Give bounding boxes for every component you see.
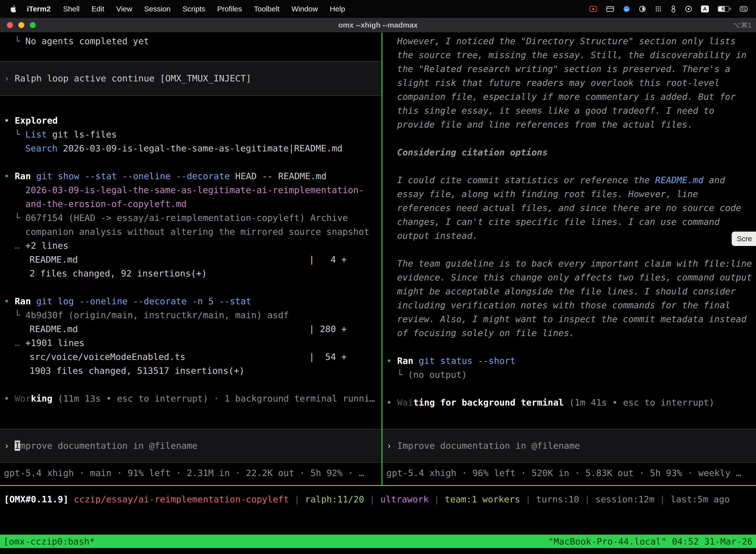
tmux-panes: └ No agents completed yet › Ralph loop a… [0,33,756,485]
menu-item-session[interactable]: Session [138,5,177,13]
left-pane[interactable]: └ No agents completed yet › Ralph loop a… [0,33,381,485]
menu-item-view[interactable]: View [110,5,138,13]
tmux-session-name[interactable]: [omx-cczip0:bash* [3,536,95,547]
tree-branch-glyph: └ [397,370,408,380]
menu-item-profiles[interactable]: Profiles [211,5,248,13]
title-bar: omx --xhigh --madmax ⌥⌘1 [0,18,756,33]
waiting-shimmer-bright: ting for background terminal [413,397,564,407]
separator: | [364,494,380,504]
omx-status-pane: [OMX#0.11.9] cczip/essay/ai-reimplementa… [0,486,756,535]
ellipsis-glyph: … [15,338,25,348]
explored-list-line: └ List git ls-files [0,127,381,142]
show-commit-line-1: └ 067f154 (HEAD -> essay/ai-reimplementa… [0,211,381,225]
menu-item-help[interactable]: Help [324,5,351,13]
thinking-paragraph-3: The team guideline is to back every impo… [382,257,756,340]
search-args: 2026-03-09-is-legal-the-same-as-legitima… [58,143,342,153]
tmux-status-bar: [omx-cczip0:bash* "MacBook-Pro-44.local"… [0,535,756,548]
tree-branch-glyph: └ [15,310,25,320]
circle-dot-icon[interactable] [685,5,692,12]
explored-line: • Explored [0,114,381,127]
window-shortcut-badge: ⌥⌘1 [733,21,756,29]
minimize-button[interactable] [18,22,24,28]
agents-note-line: └ No agents completed yet [0,34,381,48]
window-title: omx --xhigh --madmax [338,21,418,29]
thinking-heading: Considering citation options [397,147,548,157]
right-prompt-line[interactable]: › Improve documentation in @filename [382,439,756,453]
menu-item-window[interactable]: Window [286,5,324,13]
traffic-lights [0,22,36,28]
left-model-status-line: gpt-5.4 xhigh · main · 91% left · 2.31M … [0,466,381,480]
stacked-circles-icon[interactable] [671,5,676,13]
menu-item-scripts[interactable]: Scripts [177,5,211,13]
omx-team: team:1 workers [445,494,520,504]
omx-version: [OMX#0.11.9] [4,494,68,504]
log-stat-summary-line: 1903 files changed, 513517 insertions(+) [0,364,381,378]
menu-item-toolbelt[interactable]: Toolbelt [248,5,286,13]
menu-item-shell[interactable]: Shell [57,5,85,13]
blue-app-icon[interactable] [623,5,630,12]
more-lines-text: +1901 lines [25,338,84,348]
separator: | [289,494,305,504]
ellipsis-glyph: … [15,240,25,251]
ran-label: Ran [15,171,31,181]
working-detail: (11m 13s • esc to interrupt) [52,393,208,403]
left-prompt-box[interactable]: › Improve documentation in @filename [0,429,381,463]
stat-file-text: README.md | 4 + [29,255,347,265]
screen-share-tooltip[interactable]: Scre [732,232,756,246]
list-args: git ls-files [47,129,117,140]
menu-item-edit[interactable]: Edit [85,5,110,13]
terminal-window: └ No agents completed yet › Ralph loop a… [0,33,756,548]
git-status-output-line: └ (no output) [382,368,756,382]
ralph-banner-line: › Ralph loop active continue [OMX_TMUX_I… [0,71,381,86]
stat-file-text: src/voice/voiceModeEnabled.ts | 54 + [29,352,347,362]
right-prompt-box[interactable]: › Improve documentation in @filename [382,429,756,463]
chevron-glyph: › [4,73,15,84]
ran-label: Ran [397,356,413,366]
zoom-button[interactable] [30,22,36,28]
explored-search-line: Search 2026-03-09-is-legal-the-same-as-l… [0,142,381,155]
separator: | [579,494,595,504]
apple-menu-icon[interactable] [10,5,16,13]
waiting-shimmer-dim: Wai [397,397,413,407]
omx-last: last:5m ago [671,494,730,504]
input-source-icon[interactable]: A [701,5,709,12]
dot-grid-icon[interactable] [655,5,662,12]
waiting-detail: (1m 41s • esc to interrupt) [564,397,714,407]
right-pane[interactable]: However, I noticed the "Directory Struct… [382,33,756,485]
ran-git-log-line: • Ran git log --oneline --decorate -n 5 … [0,294,381,308]
bullet-glyph: • [4,171,15,181]
git-status-command: git status --short [413,356,515,366]
list-action: List [25,129,47,140]
prompt-chevron-glyph: › [386,441,397,451]
thinking-text: However, I noticed the "Directory Struct… [397,36,747,129]
explored-label: Explored [15,115,58,126]
essay-filename-part-1: 2026-03-09-is-legal-the-same-as-legitima… [25,185,364,195]
thinking-text: The team guideline is to back every impo… [397,258,752,338]
log-more-line: … +1901 lines [0,336,381,350]
screen-recording-icon[interactable] [589,6,597,12]
log-commit-line: └ 4b9d30f (origin/main, instructkr/main,… [0,308,381,322]
menu-item-iterm2[interactable]: iTerm2 [20,5,57,13]
spacer [68,494,74,504]
battery-body: 61 [718,6,729,12]
battery-icon[interactable]: 61 [718,6,731,12]
ralph-banner-text: Ralph loop active continue [15,73,160,84]
readme-link[interactable]: README.md [655,175,703,185]
omx-mode: ultrawork [380,494,429,504]
control-center-icon[interactable] [740,6,748,12]
thinking-text: I could cite commit statistics or refere… [397,175,655,185]
thinking-paragraph-2: I could cite commit statistics or refere… [382,173,756,243]
separator: | [429,494,445,504]
thinking-heading-line: Considering citation options [382,146,756,159]
bullet-glyph: • [4,115,15,126]
omx-session: session:12m [595,494,654,504]
show-more-line: … +2 lines [0,239,381,253]
agents-note-text: No agents completed yet [25,36,149,46]
more-lines-text: +2 lines [25,240,68,251]
left-prompt-line[interactable]: › Improve documentation in @filename [0,439,381,453]
window-manager-icon[interactable] [606,6,614,12]
commit-message-part-1: 067f154 (HEAD -> essay/ai-reimplementati… [25,213,348,223]
disc-app-icon[interactable] [639,5,646,12]
menu-bar-status-icons: A 61 [589,5,748,13]
close-button[interactable] [7,22,13,28]
